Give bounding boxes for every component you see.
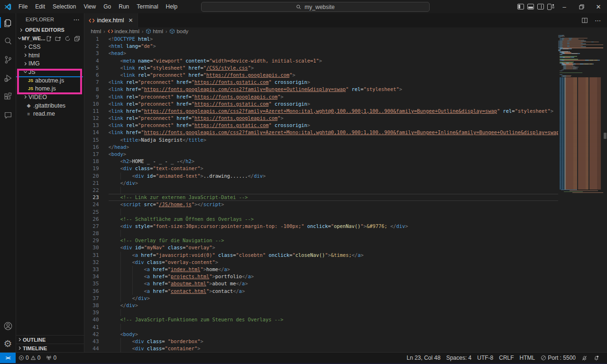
activitybar-chat[interactable]	[0, 106, 16, 124]
remote-indicator[interactable]: ><	[0, 353, 16, 363]
chevron-right-icon	[19, 28, 23, 32]
indentation[interactable]: Spaces: 4	[446, 355, 471, 361]
customize-layout-icon[interactable]	[547, 4, 554, 9]
new-file-icon[interactable]	[46, 36, 52, 42]
code-line-39: 39	[84, 309, 607, 316]
menu-run[interactable]: Run	[115, 0, 133, 13]
tab-close-icon[interactable]: ✕	[129, 17, 133, 24]
code-line-29: 29 <!-- Overlay für die Navigation -->	[84, 237, 607, 244]
split-editor-icon[interactable]	[581, 17, 588, 24]
accounts-icon[interactable]	[0, 317, 16, 335]
port-indicator[interactable]: Port : 5500	[541, 355, 576, 361]
code-line-7: 7<link rel="preconnect" href="https://fo…	[84, 79, 607, 86]
editor-scrollbar[interactable]	[603, 35, 607, 352]
menu-view[interactable]: View	[80, 0, 100, 13]
notifications[interactable]	[593, 355, 599, 361]
ports-indicator[interactable]: 0	[46, 355, 56, 361]
menu-go[interactable]: Go	[100, 0, 115, 13]
breadcrumb-body[interactable]: body	[169, 28, 188, 34]
encoding[interactable]: UTF-8	[477, 355, 493, 361]
minimap[interactable]	[558, 35, 603, 352]
html-file-icon	[108, 29, 113, 34]
activitybar-extensions[interactable]	[0, 87, 16, 106]
chevron-right-icon	[22, 52, 28, 59]
toggle-secondary-sidebar-icon[interactable]	[537, 4, 544, 9]
menu-edit[interactable]: Edit	[31, 0, 49, 13]
outline-section[interactable]: OUTLINE	[16, 335, 84, 344]
activitybar-search[interactable]	[0, 32, 16, 50]
files-icon	[3, 18, 13, 28]
settings-gear-icon[interactable]: ⚙	[0, 335, 16, 352]
code-line-25: 25	[84, 209, 607, 216]
timeline-section[interactable]: TIMELINE	[16, 344, 84, 352]
collapse-all-icon[interactable]	[74, 36, 80, 42]
workspace-root-folder[interactable]: MY_WE...	[16, 34, 84, 43]
command-center-search[interactable]: my_website	[201, 2, 430, 12]
code-line-33: 33 <a href="index.html">home</a>	[84, 266, 607, 273]
explorer-more-actions-icon[interactable]: ⋯	[74, 16, 80, 23]
outline-label: OUTLINE	[23, 337, 46, 343]
code-line-6: 6 <link rel="preconnect" href="https://f…	[84, 72, 607, 79]
chevron-right-icon	[18, 346, 22, 350]
tree-item-label: CSS	[28, 44, 41, 50]
activitybar-source-control[interactable]	[0, 50, 16, 69]
do-not-disturb[interactable]	[581, 355, 588, 361]
code-line-42: 42 <body>	[84, 331, 607, 338]
eol-sequence[interactable]: CRLF	[499, 355, 514, 361]
problems-indicator[interactable]: 0 0	[18, 355, 40, 361]
activity-bar: ⚙	[0, 13, 16, 352]
tree-item-read-me[interactable]: ≡read.me	[16, 110, 84, 118]
account-icon	[3, 321, 13, 331]
menu-selection[interactable]: Selection	[49, 0, 80, 13]
open-editors-label: OPEN EDITORS	[25, 27, 64, 33]
timeline-label: TIMELINE	[23, 346, 47, 351]
editor-more-actions-icon[interactable]: ⋯	[595, 17, 601, 24]
cursor-position[interactable]: Ln 23, Col 48	[407, 355, 441, 361]
code-line-2: 2<html lang="de">	[84, 43, 607, 50]
code-line-36: 36 <a href="contact.html">contact</a>	[84, 288, 607, 295]
menu-terminal[interactable]: Terminal	[133, 0, 162, 13]
git-file-icon: ◆	[25, 103, 32, 108]
activitybar-run-debug[interactable]	[0, 69, 16, 87]
activitybar-explorer[interactable]	[0, 13, 16, 32]
code-editor[interactable]: 1<!DOCTYPE html>2<html lang="de">3<head>…	[84, 35, 607, 352]
code-line-24: 24 <script src="/JS/home.js"></script>	[84, 201, 607, 208]
breadcrumb-separator: ›	[142, 29, 143, 34]
menu-file[interactable]: File	[15, 0, 31, 13]
tab-bar: index.html ✕ ⋯	[84, 13, 607, 27]
code-line-1: 1<!DOCTYPE html>	[84, 36, 607, 43]
breadcrumb-index.html[interactable]: index.html	[108, 28, 139, 34]
menu-help[interactable]: Help	[162, 0, 182, 13]
symbol-icon	[146, 28, 153, 34]
tree-item-html[interactable]: html	[16, 51, 84, 60]
code-line-11: 11<link href="https://fonts.googleapis.c…	[84, 108, 607, 115]
annotation-highlight-box	[17, 69, 82, 94]
tree-item-label: html	[28, 52, 40, 59]
code-line-34: 34 <a href="projects.html">portfolio</a>	[84, 273, 607, 280]
tree-item--gitattributes[interactable]: ◆.gitattributes	[16, 101, 84, 110]
bell-icon	[593, 355, 599, 361]
refresh-icon[interactable]	[64, 36, 71, 42]
code-line-10: 10<link rel="preconnect" href="https://f…	[84, 100, 607, 108]
new-folder-icon[interactable]	[55, 36, 61, 42]
tab-index-html[interactable]: index.html ✕	[84, 13, 138, 27]
search-value: my_website	[304, 4, 334, 10]
code-line-38: 38 </div>	[84, 302, 607, 309]
open-editors-section[interactable]: OPEN EDITORS	[16, 26, 84, 34]
breadcrumb-html[interactable]: html	[146, 28, 163, 34]
symbol-icon	[169, 28, 176, 34]
language-mode[interactable]: HTML	[520, 355, 535, 361]
breadcrumb-separator: ›	[166, 29, 167, 34]
toggle-panel-icon[interactable]	[527, 4, 534, 9]
tree-item-img[interactable]: IMG	[16, 59, 84, 68]
toggle-sidebar-icon[interactable]	[517, 4, 524, 9]
code-line-4: 4 <meta name="viewport" content="width=d…	[84, 57, 607, 64]
chevron-right-icon	[22, 94, 28, 100]
tree-item-css[interactable]: CSS	[16, 43, 84, 51]
close-button[interactable]: ✕	[590, 0, 607, 13]
code-line-35: 35 <a href="aboutme.html">about me</a>	[84, 280, 607, 287]
chevron-right-icon	[22, 60, 28, 67]
restore-button[interactable]	[573, 0, 590, 13]
breadcrumb-html[interactable]: html	[91, 28, 101, 34]
minimize-button[interactable]: –	[556, 0, 573, 13]
